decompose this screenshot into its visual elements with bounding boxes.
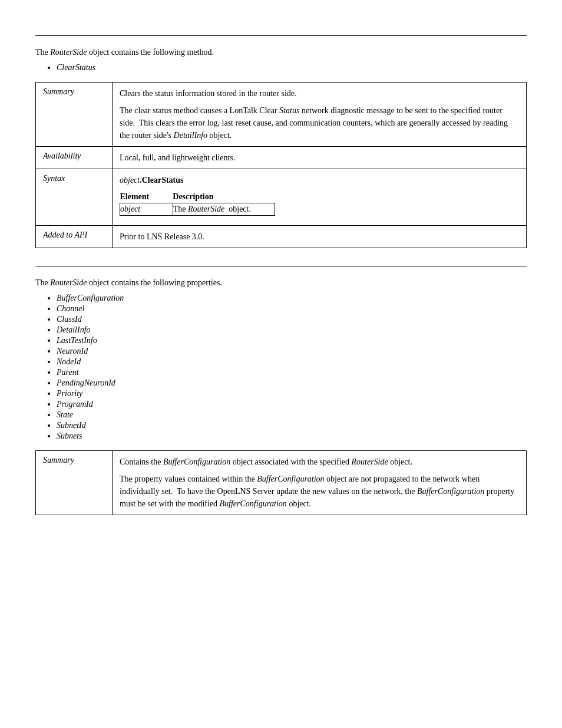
list-item: SubnetId — [57, 421, 527, 430]
table-row: Summary Contains the BufferConfiguration… — [36, 451, 527, 515]
availability-content: Local, full, and lightweight clients. — [113, 147, 527, 169]
methods-section: The RouterSide object contains the follo… — [35, 48, 527, 248]
bufferconfig-para-1: Contains the BufferConfiguration object … — [120, 456, 519, 468]
list-item: Subnets — [57, 431, 527, 441]
list-item: Priority — [57, 389, 527, 398]
syntax-line: object.ClearStatus — [120, 174, 519, 186]
syntax-label: Syntax — [36, 169, 113, 226]
methods-list: ClearStatus — [57, 63, 527, 73]
list-item: BufferConfiguration — [57, 294, 527, 303]
summary-content-1: Clears the status information stored in … — [113, 83, 527, 147]
added-content: Prior to LNS Release 3.0. — [113, 226, 527, 248]
list-item: ClearStatus — [57, 63, 527, 73]
middle-divider — [35, 266, 527, 266]
description-header: Description — [173, 191, 275, 203]
top-divider — [35, 35, 527, 36]
list-item: State — [57, 410, 527, 420]
added-label: Added to API — [36, 226, 113, 248]
list-item: NeuronId — [57, 347, 527, 356]
list-item: NodeId — [57, 357, 527, 367]
summary-label-2: Summary — [36, 451, 113, 515]
routerside-ref-1: RouterSide — [50, 48, 87, 57]
table-row: Syntax object.ClearStatus Element Descri… — [36, 169, 527, 226]
added-para: Prior to LNS Release 3.0. — [120, 230, 519, 243]
table-row: Summary Clears the status information st… — [36, 83, 527, 147]
list-item: DetailInfo — [57, 325, 527, 335]
clearstatus-table: Summary Clears the status information st… — [35, 82, 527, 248]
list-item: LastTestInfo — [57, 336, 527, 345]
summary-para-1: Clears the status information stored in … — [120, 87, 519, 100]
element-cell: object — [120, 203, 173, 216]
routerside-ref-2: RouterSide — [50, 278, 87, 287]
properties-list: BufferConfiguration Channel ClassId Deta… — [57, 294, 527, 441]
availability-para: Local, full, and lightweight clients. — [120, 151, 519, 164]
list-item: Parent — [57, 368, 527, 377]
bufferconfiguration-table: Summary Contains the BufferConfiguration… — [35, 450, 527, 515]
table-row: Availability Local, full, and lightweigh… — [36, 147, 527, 169]
properties-section: The RouterSide object contains the follo… — [35, 278, 527, 515]
description-cell: The RouterSide object. — [173, 203, 275, 216]
syntax-content: object.ClearStatus Element Description — [113, 169, 527, 226]
availability-label: Availability — [36, 147, 113, 169]
summary-para-2: The clear status method causes a LonTalk… — [120, 104, 519, 141]
table-row: object The RouterSide object. — [120, 203, 275, 216]
page-container: The RouterSide object contains the follo… — [0, 0, 562, 556]
methods-intro: The RouterSide object contains the follo… — [35, 48, 527, 57]
summary-label-1: Summary — [36, 83, 113, 147]
summary-content-2: Contains the BufferConfiguration object … — [113, 451, 527, 515]
table-row: Added to API Prior to LNS Release 3.0. — [36, 226, 527, 248]
list-item: ProgramId — [57, 400, 527, 409]
list-item: ClassId — [57, 315, 527, 324]
properties-intro: The RouterSide object contains the follo… — [35, 278, 527, 288]
bufferconfig-para-2: The property values contained within the… — [120, 473, 519, 510]
element-table: Element Description object The RouterSid… — [120, 191, 275, 216]
list-item: Channel — [57, 304, 527, 314]
table-row: Element Description — [120, 191, 275, 203]
element-header: Element — [120, 191, 173, 203]
list-item: PendingNeuronId — [57, 378, 527, 388]
